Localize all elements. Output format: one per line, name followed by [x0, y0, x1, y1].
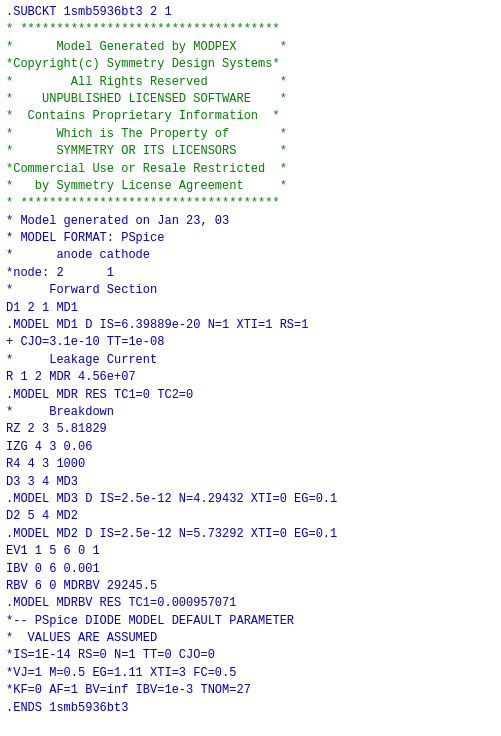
code-line: *IS=1E-14 RS=0 N=1 TT=0 CJO=0 — [6, 647, 495, 664]
code-line: * MODEL FORMAT: PSpice — [6, 230, 495, 247]
code-line: EV1 1 5 6 0 1 — [6, 543, 495, 560]
code-line: .MODEL MDRBV RES TC1=0.000957071 — [6, 595, 495, 612]
code-line: * Breakdown — [6, 404, 495, 421]
code-line: * All Rights Reserved * — [6, 74, 495, 91]
code-line: * Which is The Property of * — [6, 126, 495, 143]
code-line: R4 4 3 1000 — [6, 456, 495, 473]
code-line: .SUBCKT 1smb5936bt3 2 1 — [6, 4, 495, 21]
code-line: .MODEL MD2 D IS=2.5e-12 N=5.73292 XTI=0 … — [6, 526, 495, 543]
code-line: RBV 6 0 MDRBV 29245.5 — [6, 578, 495, 595]
code-line: * UNPUBLISHED LICENSED SOFTWARE * — [6, 91, 495, 108]
code-line: *-- PSpice DIODE MODEL DEFAULT PARAMETER — [6, 613, 495, 630]
code-line: *node: 2 1 — [6, 265, 495, 282]
code-line: .MODEL MD3 D IS=2.5e-12 N=4.29432 XTI=0 … — [6, 491, 495, 508]
code-line: RZ 2 3 5.81829 — [6, 421, 495, 438]
code-line: * Model Generated by MODPEX * — [6, 39, 495, 56]
code-line: * VALUES ARE ASSUMED — [6, 630, 495, 647]
code-line: * Leakage Current — [6, 352, 495, 369]
code-line: IZG 4 3 0.06 — [6, 439, 495, 456]
code-line: .MODEL MD1 D IS=6.39889e-20 N=1 XTI=1 RS… — [6, 317, 495, 334]
code-line: IBV 0 6 0.001 — [6, 561, 495, 578]
code-line: * by Symmetry License Agreement * — [6, 178, 495, 195]
code-line: D1 2 1 MD1 — [6, 300, 495, 317]
code-line: *Commercial Use or Resale Restricted * — [6, 161, 495, 178]
code-line: *VJ=1 M=0.5 EG=1.11 XTI=3 FC=0.5 — [6, 665, 495, 682]
code-line: .MODEL MDR RES TC1=0 TC2=0 — [6, 387, 495, 404]
code-line: *Copyright(c) Symmetry Design Systems* — [6, 56, 495, 73]
code-line: * anode cathode — [6, 247, 495, 264]
code-line: R 1 2 MDR 4.56e+07 — [6, 369, 495, 386]
code-line: .ENDS 1smb5936bt3 — [6, 700, 495, 717]
code-line: * Forward Section — [6, 282, 495, 299]
code-line: D3 3 4 MD3 — [6, 474, 495, 491]
code-line: * Model generated on Jan 23, 03 — [6, 213, 495, 230]
code-line: * SYMMETRY OR ITS LICENSORS * — [6, 143, 495, 160]
code-line: * ************************************ — [6, 21, 495, 38]
code-line: * Contains Proprietary Information * — [6, 108, 495, 125]
code-line: + CJO=3.1e-10 TT=1e-08 — [6, 334, 495, 351]
code-viewer: .SUBCKT 1smb5936bt3 2 1* ***************… — [0, 0, 501, 721]
code-line: D2 5 4 MD2 — [6, 508, 495, 525]
code-line: * ************************************ — [6, 195, 495, 212]
code-line: *KF=0 AF=1 BV=inf IBV=1e-3 TNOM=27 — [6, 682, 495, 699]
